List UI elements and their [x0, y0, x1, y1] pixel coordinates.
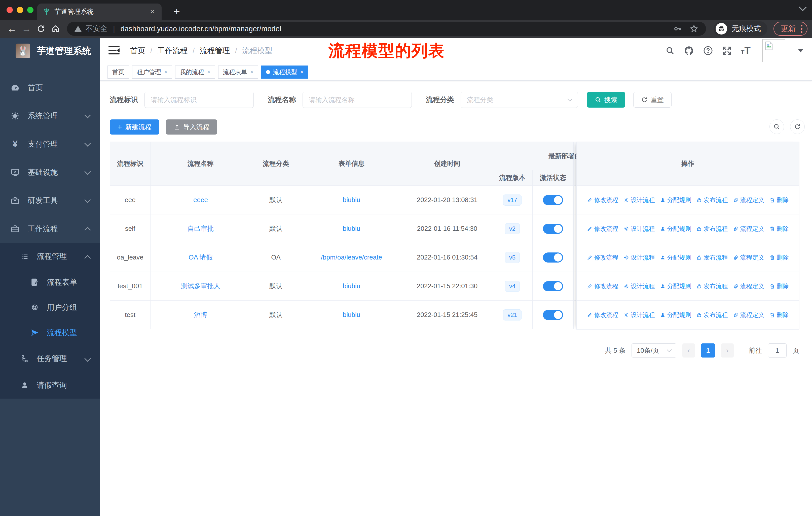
tag-close-icon[interactable]: × [300, 69, 303, 75]
sidebar-item-payment[interactable]: ¥ 支付管理 [0, 130, 100, 158]
search-icon[interactable] [665, 46, 675, 55]
tag-close-icon[interactable]: × [207, 69, 210, 75]
tag-my-process[interactable]: 我的流程× [175, 65, 215, 79]
tag-process-form[interactable]: 流程表单× [218, 65, 258, 79]
window-maximize-button[interactable] [27, 7, 33, 13]
sidebar-item-process-form[interactable]: 流程表单 [0, 270, 100, 295]
browser-tab[interactable]: 芋道管理系统 × [37, 3, 162, 20]
security-warning-icon[interactable] [75, 26, 82, 32]
sidebar-item-process-management[interactable]: 流程管理 [0, 243, 100, 270]
reload-button[interactable] [34, 22, 48, 36]
process-definition-link[interactable]: 流程定义 [733, 311, 764, 319]
active-toggle[interactable] [543, 310, 563, 320]
delete-link[interactable]: 删除 [770, 196, 789, 204]
tabstrip-chevron-icon[interactable] [799, 3, 807, 11]
key-icon[interactable] [673, 24, 682, 33]
sidebar-item-process-model[interactable]: 流程模型 [0, 320, 100, 345]
process-name-link[interactable]: 自己审批 [187, 225, 214, 232]
new-tab-button[interactable]: + [169, 4, 184, 19]
window-minimize-button[interactable] [17, 7, 23, 13]
publish-process-link[interactable]: 发布流程 [696, 225, 728, 233]
tag-close-icon[interactable]: × [164, 69, 167, 75]
form-info-link[interactable]: biubiu [343, 282, 360, 290]
form-info-link[interactable]: biubiu [343, 225, 360, 232]
edit-process-link[interactable]: 修改流程 [587, 253, 618, 262]
user-avatar[interactable] [762, 39, 785, 62]
process-name-link[interactable]: OA 请假 [188, 253, 212, 261]
delete-link[interactable]: 删除 [770, 253, 789, 262]
font-size-icon[interactable]: TT [741, 45, 751, 56]
update-button[interactable]: 更新 [774, 22, 808, 36]
publish-process-link[interactable]: 发布流程 [696, 196, 728, 204]
version-badge[interactable]: v17 [503, 194, 522, 206]
current-page-button[interactable]: 1 [701, 344, 715, 357]
import-process-button[interactable]: 导入流程 [166, 119, 217, 135]
sidebar-item-dev-tools[interactable]: 研发工具 [0, 186, 100, 215]
help-icon[interactable] [703, 46, 713, 56]
design-process-link[interactable]: 设计流程 [624, 196, 655, 204]
active-toggle[interactable] [543, 281, 563, 291]
active-toggle[interactable] [543, 195, 563, 205]
home-button[interactable] [48, 22, 63, 36]
process-name-link[interactable]: eeee [193, 196, 208, 203]
assign-rule-link[interactable]: 分配规则 [660, 225, 691, 233]
security-label[interactable]: 不安全 [86, 24, 108, 34]
design-process-link[interactable]: 设计流程 [624, 282, 655, 290]
sidebar-item-task-management[interactable]: 任务管理 [0, 345, 100, 372]
assign-rule-link[interactable]: 分配规则 [660, 196, 691, 204]
avatar-caret-icon[interactable] [798, 49, 804, 52]
process-id-input[interactable] [144, 92, 254, 108]
back-button[interactable]: ← [4, 22, 19, 36]
breadcrumb-process-mgmt[interactable]: 流程管理 [200, 46, 230, 56]
version-badge[interactable]: v4 [505, 281, 520, 292]
tag-tenant[interactable]: 租户管理× [132, 65, 172, 79]
sidebar-item-system[interactable]: 系统管理 [0, 102, 100, 130]
assign-rule-link[interactable]: 分配规则 [660, 311, 691, 319]
sidebar-item-leave-query[interactable]: 请假查询 [0, 372, 100, 399]
tab-close-icon[interactable]: × [148, 7, 156, 16]
design-process-link[interactable]: 设计流程 [624, 311, 655, 319]
version-badge[interactable]: v2 [505, 223, 520, 234]
edit-process-link[interactable]: 修改流程 [587, 282, 618, 290]
process-name-input[interactable] [302, 92, 412, 108]
active-toggle[interactable] [543, 252, 563, 263]
form-info-link[interactable]: biubiu [343, 196, 360, 203]
process-name-link[interactable]: 测试多审批人 [181, 282, 220, 290]
sidebar-item-home[interactable]: 首页 [0, 74, 100, 102]
delete-link[interactable]: 删除 [770, 282, 789, 290]
window-controls[interactable] [6, 7, 33, 13]
search-button[interactable]: 搜索 [587, 92, 625, 108]
process-definition-link[interactable]: 流程定义 [733, 282, 764, 290]
publish-process-link[interactable]: 发布流程 [696, 311, 728, 319]
tag-close-icon[interactable]: × [250, 69, 254, 75]
process-definition-link[interactable]: 流程定义 [733, 196, 764, 204]
process-definition-link[interactable]: 流程定义 [733, 225, 764, 233]
create-process-button[interactable]: + 新建流程 [110, 119, 159, 135]
breadcrumb-home[interactable]: 首页 [130, 46, 145, 56]
edit-process-link[interactable]: 修改流程 [587, 311, 618, 319]
prev-page-button[interactable]: ‹ [683, 344, 695, 357]
toggle-search-button[interactable] [770, 119, 784, 134]
url-text[interactable]: dashboard.yudao.iocoder.cn/bpm/manager/m… [121, 25, 281, 33]
browser-menu-icon[interactable] [801, 25, 803, 33]
edit-process-link[interactable]: 修改流程 [587, 196, 618, 204]
sidebar-collapse-button[interactable] [109, 46, 120, 55]
sidebar-item-workflow[interactable]: 工作流程 [0, 215, 100, 243]
active-toggle[interactable] [543, 224, 563, 234]
design-process-link[interactable]: 设计流程 [624, 253, 655, 262]
form-info-link[interactable]: biubiu [343, 311, 360, 319]
window-close-button[interactable] [6, 7, 13, 13]
update-label[interactable]: 更新 [781, 24, 795, 34]
publish-process-link[interactable]: 发布流程 [696, 253, 728, 262]
publish-process-link[interactable]: 发布流程 [696, 282, 728, 290]
version-badge[interactable]: v21 [503, 309, 522, 321]
version-badge[interactable]: v5 [505, 252, 520, 263]
process-category-select[interactable]: 流程分类 [461, 92, 578, 108]
tag-process-model[interactable]: 流程模型× [261, 65, 308, 79]
assign-rule-link[interactable]: 分配规则 [660, 282, 691, 290]
tag-home[interactable]: 首页 [108, 65, 129, 79]
next-page-button[interactable]: › [721, 344, 734, 357]
github-icon[interactable] [684, 46, 694, 56]
breadcrumb-workflow[interactable]: 工作流程 [157, 46, 187, 56]
goto-page-input[interactable] [768, 344, 787, 357]
